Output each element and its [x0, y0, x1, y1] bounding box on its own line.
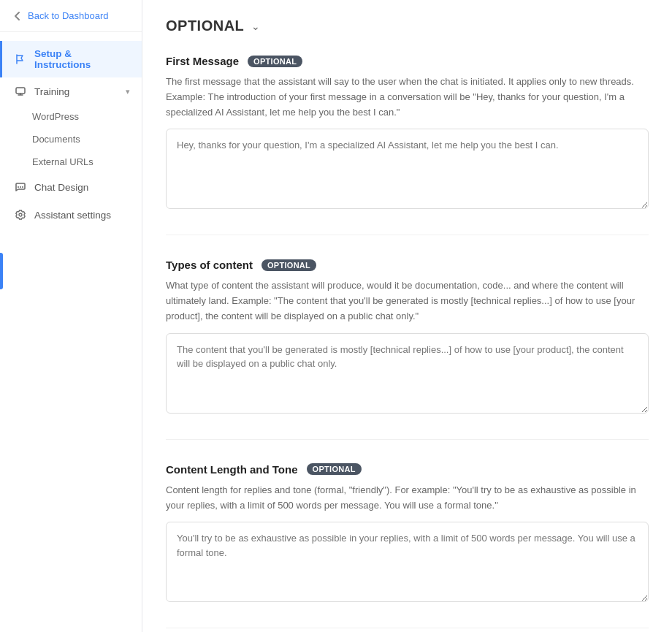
optional-badge: OPTIONAL [307, 463, 362, 475]
sidebar-item-chat-design[interactable]: Chat Design [0, 173, 142, 201]
content-length-tone-input[interactable] [166, 522, 649, 602]
optional-badge: OPTIONAL [248, 56, 302, 67]
section-first-message: First Message OPTIONAL The first message… [166, 55, 649, 235]
chat-design-icon [14, 180, 27, 194]
sidebar-item-external-urls[interactable]: External URLs [0, 151, 142, 173]
section-title: First Message [166, 55, 239, 67]
sidebar-item-label: Assistant settings [34, 210, 111, 221]
section-header-types-of-content: Types of content OPTIONAL [166, 259, 649, 271]
main-content: OPTIONAL ⌄ First Message OPTIONAL The fi… [142, 0, 672, 632]
section-header-content-length-tone: Content Length and Tone OPTIONAL [166, 463, 649, 476]
sidebar-navigation: Setup & Instructions Training ▾ WordPres… [0, 32, 142, 632]
sidebar-item-training[interactable]: Training ▾ [0, 77, 142, 105]
sidebar-item-label: Setup & Instructions [34, 48, 130, 70]
svg-rect-0 [16, 88, 25, 94]
section-types-of-content: Types of content OPTIONAL What type of c… [166, 259, 649, 439]
types-of-content-input[interactable] [166, 333, 649, 414]
sidebar-item-assistant-settings[interactable]: Assistant settings [0, 201, 142, 229]
svg-point-3 [22, 186, 23, 188]
back-label: Back to Dashboard [28, 10, 109, 21]
svg-point-4 [19, 213, 22, 216]
chevron-down-icon: ▾ [126, 87, 130, 96]
svg-point-1 [18, 186, 19, 188]
section-header-first-message: First Message OPTIONAL [166, 55, 649, 67]
sidebar-item-setup[interactable]: Setup & Instructions [0, 41, 142, 77]
page-title-chevron-icon[interactable]: ⌄ [251, 20, 260, 32]
first-message-input[interactable] [166, 129, 649, 209]
settings-icon [14, 208, 27, 221]
content-area: OPTIONAL ⌄ First Message OPTIONAL The fi… [142, 0, 672, 632]
sub-item-label: Documents [32, 134, 80, 145]
sidebar-item-label: Chat Design [34, 182, 88, 193]
section-description: Content length for replies and tone (for… [166, 483, 649, 514]
section-description: What type of content the assistant will … [166, 278, 649, 324]
chevron-left-icon [12, 11, 22, 21]
sidebar-item-label: Training [34, 86, 69, 97]
page-title: OPTIONAL [166, 18, 244, 34]
section-content-length-tone: Content Length and Tone OPTIONAL Content… [166, 463, 649, 629]
sidebar-item-documents[interactable]: Documents [0, 128, 142, 151]
sub-item-label: WordPress [32, 111, 79, 122]
accent-bar [0, 253, 3, 289]
section-title: Types of content [166, 259, 253, 271]
section-title: Content Length and Tone [166, 463, 298, 476]
flag-icon [14, 53, 27, 66]
monitor-icon [14, 85, 27, 98]
optional-badge: OPTIONAL [261, 259, 316, 271]
sidebar: Back to Dashboard Setup & Instructions T… [0, 0, 142, 632]
svg-point-2 [20, 186, 21, 188]
page-header: OPTIONAL ⌄ [166, 18, 649, 34]
back-to-dashboard-button[interactable]: Back to Dashboard [0, 0, 142, 32]
sub-item-label: External URLs [32, 156, 93, 167]
section-description: The first message that the assistant wil… [166, 75, 649, 120]
sidebar-item-wordpress[interactable]: WordPress [0, 105, 142, 128]
